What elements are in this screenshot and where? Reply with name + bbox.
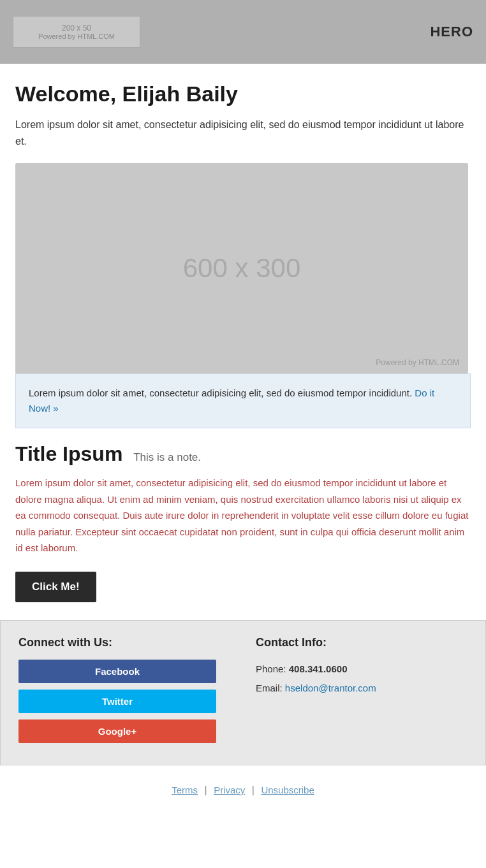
callout-box: Lorem ipsum dolor sit amet, consectetur …: [15, 373, 471, 428]
intro-text: Lorem ipsum dolor sit amet, consectetur …: [15, 117, 471, 149]
hero-title: HERO: [430, 24, 473, 40]
footer-sep-2: |: [252, 785, 254, 795]
section-title-main: Title Ipsum: [15, 442, 122, 465]
hero-powered-by: Powered by HTML.COM: [38, 33, 115, 40]
section-body: Lorem ipsum dolor sit amet, consectetur …: [15, 475, 471, 556]
facebook-button[interactable]: Facebook: [18, 660, 216, 683]
phone-label: Phone:: [256, 663, 286, 674]
phone-number: 408.341.0600: [289, 663, 348, 674]
section-title: Title Ipsum This is a note.: [15, 442, 471, 466]
footer: Terms | Privacy | Unsubscribe: [0, 765, 486, 815]
phone-line: Phone: 408.341.0600: [256, 660, 468, 679]
main-content: Welcome, Elijah Baily Lorem ipsum dolor …: [0, 64, 486, 620]
main-image-powered-by: Powered by HTML.COM: [376, 358, 459, 367]
email-line: Email: hseldon@trantor.com: [256, 679, 468, 698]
footer-sep-1: |: [205, 785, 207, 795]
welcome-heading: Welcome, Elijah Baily: [15, 82, 471, 106]
hero-image-placeholder: 200 x 50 Powered by HTML.COM: [13, 16, 140, 48]
connect-left: Connect with Us: Facebook Twitter Google…: [18, 636, 230, 749]
hero-image-size-label: 200 x 50: [62, 24, 91, 33]
contact-info: Phone: 408.341.0600 Email: hseldon@trant…: [256, 660, 468, 698]
section-note: This is a note.: [133, 451, 201, 463]
contact-heading: Contact Info:: [256, 636, 468, 649]
main-image-label: 600 x 300: [183, 253, 301, 284]
footer-privacy[interactable]: Privacy: [214, 785, 245, 795]
main-image-placeholder: 600 x 300 Powered by HTML.COM: [15, 163, 468, 373]
twitter-button[interactable]: Twitter: [18, 690, 216, 713]
connect-right: Contact Info: Phone: 408.341.0600 Email:…: [256, 636, 468, 749]
hero-bar: 200 x 50 Powered by HTML.COM HERO: [0, 0, 486, 64]
email-link[interactable]: hseldon@trantor.com: [285, 683, 376, 693]
footer-terms[interactable]: Terms: [172, 785, 198, 795]
connect-heading: Connect with Us:: [18, 636, 230, 649]
callout-text: Lorem ipsum dolor sit amet, consectetur …: [29, 387, 412, 398]
connect-section: Connect with Us: Facebook Twitter Google…: [0, 620, 486, 765]
cta-button[interactable]: Click Me!: [15, 572, 96, 602]
google-button[interactable]: Google+: [18, 720, 216, 743]
email-label: Email:: [256, 683, 283, 693]
footer-unsubscribe[interactable]: Unsubscribe: [261, 785, 314, 795]
